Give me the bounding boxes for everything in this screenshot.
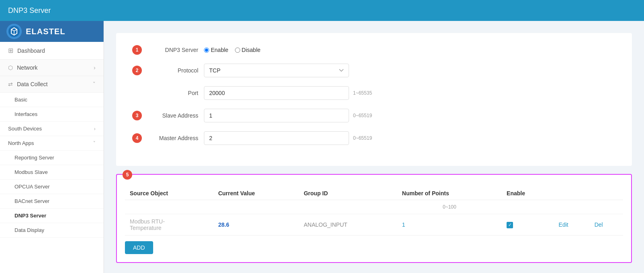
data-collect-label: Data Collect bbox=[17, 81, 93, 87]
network-label: Network bbox=[17, 64, 93, 71]
data-collect-icon: ⇄ bbox=[8, 81, 13, 87]
col-source-header: Source Object bbox=[125, 187, 213, 200]
sidebar-item-basic[interactable]: Basic bbox=[0, 93, 104, 107]
north-apps-label: North Apps bbox=[8, 140, 93, 146]
dashboard-icon: ⊞ bbox=[8, 47, 13, 54]
sidebar-item-data-display[interactable]: Data Display bbox=[0, 223, 104, 238]
sidebar-item-reporting-server[interactable]: Reporting Server bbox=[0, 151, 104, 165]
sidebar-item-north-apps[interactable]: North Apps ˅ bbox=[0, 136, 104, 151]
protocol-row: 2 Protocol TCP bbox=[132, 64, 616, 77]
logo-icon bbox=[6, 24, 22, 39]
col-group-header: Group ID bbox=[299, 187, 397, 200]
edit-button[interactable]: Edit bbox=[559, 221, 568, 228]
disable-radio-label: Disable bbox=[242, 47, 261, 53]
enable-radio[interactable] bbox=[204, 48, 209, 53]
logo-text: ELASTEL bbox=[26, 27, 65, 36]
disable-radio[interactable] bbox=[235, 48, 240, 53]
protocol-select[interactable]: TCP bbox=[204, 64, 349, 77]
network-arrow-icon: › bbox=[93, 64, 96, 71]
step4-badge: 4 bbox=[132, 133, 142, 143]
range-hint-edit bbox=[554, 200, 590, 214]
south-devices-arrow-icon: › bbox=[94, 126, 96, 132]
range-hint-group bbox=[299, 200, 397, 214]
enable-checkbox[interactable]: ✓ bbox=[507, 222, 513, 228]
sidebar-item-dashboard[interactable]: ⊞ Dashboard bbox=[0, 42, 104, 60]
sidebar: ELASTEL ⊞ Dashboard ⬡ Network › ⇄ Data C… bbox=[0, 21, 104, 273]
master-address-input[interactable] bbox=[204, 131, 349, 145]
master-address-row: 4 Master Address 0~65519 bbox=[132, 131, 616, 145]
sidebar-item-dnp3-server[interactable]: DNP3 Server bbox=[0, 209, 104, 223]
interfaces-label: Interfaces bbox=[15, 111, 37, 117]
slave-address-row: 3 Slave Address 0~65519 bbox=[132, 109, 616, 122]
row-edit-cell: Edit bbox=[554, 214, 590, 236]
table-row: Modbus RTU-Temperature 28.6 ANALOG_INPUT… bbox=[125, 214, 623, 236]
sidebar-item-south-devices[interactable]: South Devices › bbox=[0, 122, 104, 136]
basic-label: Basic bbox=[15, 97, 27, 103]
dnp3-server-field-label: DNP3 Server bbox=[146, 47, 198, 53]
slave-address-field-label: Slave Address bbox=[146, 112, 198, 119]
dnp3-server-label: DNP3 Server bbox=[15, 213, 46, 219]
range-hint-current bbox=[213, 200, 299, 214]
range-hint-del bbox=[590, 200, 623, 214]
slave-address-input[interactable] bbox=[204, 109, 349, 122]
form-card: 1 DNP3 Server Enable Disable 2 Protocol bbox=[116, 33, 632, 166]
enable-radio-option[interactable]: Enable bbox=[204, 47, 229, 53]
dnp3-server-row: 1 DNP3 Server Enable Disable bbox=[132, 45, 616, 55]
protocol-field-label: Protocol bbox=[146, 67, 198, 74]
data-display-label: Data Display bbox=[15, 227, 44, 233]
step1-badge: 1 bbox=[132, 45, 142, 55]
port-row: Port 1~65535 bbox=[132, 86, 616, 100]
col-current-header: Current Value bbox=[213, 187, 299, 200]
sidebar-item-bacnet-server[interactable]: BACnet Server bbox=[0, 194, 104, 209]
row-source-object: Modbus RTU-Temperature bbox=[125, 214, 213, 236]
master-address-field-label: Master Address bbox=[146, 135, 198, 141]
modbus-slave-label: Modbus Slave bbox=[15, 169, 48, 175]
col-actions-header bbox=[554, 187, 590, 200]
port-field-label: Port bbox=[132, 90, 198, 96]
logo-area: ELASTEL bbox=[0, 21, 104, 42]
page-title: DNP3 Server bbox=[8, 6, 51, 15]
row-num-points: 1 bbox=[397, 214, 502, 236]
slave-address-hint: 0~65519 bbox=[353, 113, 372, 118]
data-collect-arrow-icon: ˅ bbox=[93, 81, 96, 87]
dashboard-label: Dashboard bbox=[17, 48, 96, 54]
row-enable: ✓ bbox=[502, 214, 554, 236]
range-hint-points: 0~100 bbox=[397, 200, 502, 214]
top-header: DNP3 Server bbox=[0, 0, 644, 21]
range-hint-enable bbox=[502, 200, 554, 214]
col-points-header: Number of Points bbox=[397, 187, 502, 200]
row-del-cell: Del bbox=[590, 214, 623, 236]
opcua-server-label: OPCUA Server bbox=[15, 184, 50, 190]
network-icon: ⬡ bbox=[8, 64, 13, 71]
sidebar-item-network[interactable]: ⬡ Network › bbox=[0, 60, 104, 76]
add-button[interactable]: ADD bbox=[125, 241, 153, 254]
bacnet-server-label: BACnet Server bbox=[15, 198, 50, 204]
port-input[interactable] bbox=[204, 86, 349, 100]
north-apps-arrow-icon: ˅ bbox=[93, 141, 96, 146]
sidebar-item-modbus-slave[interactable]: Modbus Slave bbox=[0, 165, 104, 180]
enable-radio-label: Enable bbox=[211, 47, 229, 53]
col-enable-header: Enable bbox=[502, 187, 554, 200]
col-del-header bbox=[590, 187, 623, 200]
range-hint-row: 0~100 bbox=[125, 200, 623, 214]
step2-badge: 2 bbox=[132, 66, 142, 75]
row-group-id: ANALOG_INPUT bbox=[299, 214, 397, 236]
south-devices-label: South Devices bbox=[8, 126, 94, 132]
dnp3-enable-disable-group: Enable Disable bbox=[204, 47, 260, 53]
sidebar-item-data-collect[interactable]: ⇄ Data Collect ˅ bbox=[0, 76, 104, 93]
range-hint-source bbox=[125, 200, 213, 214]
sidebar-item-opcua-server[interactable]: OPCUA Server bbox=[0, 180, 104, 194]
del-button[interactable]: Del bbox=[594, 221, 603, 228]
table-section: 5 Source Object Current Value Group ID N… bbox=[116, 174, 632, 263]
port-hint: 1~65535 bbox=[353, 90, 372, 96]
source-objects-table: Source Object Current Value Group ID Num… bbox=[125, 187, 623, 236]
reporting-server-label: Reporting Server bbox=[15, 155, 54, 161]
content-area: 1 DNP3 Server Enable Disable 2 Protocol bbox=[104, 21, 644, 273]
step3-badge: 3 bbox=[132, 111, 142, 120]
disable-radio-option[interactable]: Disable bbox=[235, 47, 261, 53]
sidebar-item-interfaces[interactable]: Interfaces bbox=[0, 107, 104, 122]
row-current-value: 28.6 bbox=[213, 214, 299, 236]
master-address-hint: 0~65519 bbox=[353, 135, 372, 141]
step5-badge: 5 bbox=[123, 170, 132, 180]
